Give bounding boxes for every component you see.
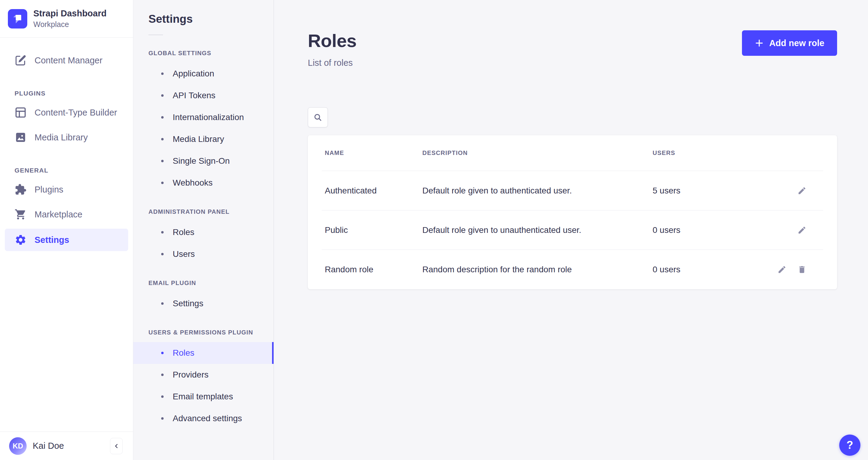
subnav-item-media-library[interactable]: Media Library — [133, 128, 274, 150]
search-icon — [313, 113, 322, 122]
puzzle-icon — [14, 183, 27, 196]
subnav-item-email-settings[interactable]: Settings — [133, 293, 274, 314]
help-button[interactable]: ? — [839, 434, 861, 456]
cart-icon — [14, 208, 27, 221]
subnav-section-global-settings: GLOBAL SETTINGS — [133, 35, 274, 63]
bullet-icon — [161, 417, 164, 420]
bullet-icon — [161, 231, 164, 233]
workspace-brand[interactable]: Strapi Dashboard Workplace — [0, 0, 133, 37]
write-icon — [14, 54, 27, 66]
row-actions — [772, 265, 823, 274]
table-row-authenticated[interactable]: Authenticated Default role given to auth… — [322, 171, 823, 210]
role-users-count: 5 users — [650, 186, 772, 196]
role-name: Authenticated — [322, 186, 419, 196]
nav-section-general: GENERAL — [0, 150, 133, 177]
subnav-item-admin-users[interactable]: Users — [133, 243, 274, 265]
bullet-icon — [161, 116, 164, 119]
subnav-item-single-sign-on[interactable]: Single Sign-On — [133, 150, 274, 172]
subnav-item-internationalization[interactable]: Internationalization — [133, 107, 274, 128]
sidebar-item-label: Media Library — [35, 133, 88, 143]
pencil-icon — [798, 226, 806, 235]
edit-role-button[interactable] — [798, 226, 806, 235]
subnav-item-admin-roles[interactable]: Roles — [133, 221, 274, 243]
role-users-count: 0 users — [650, 225, 772, 235]
main-nav-list: Content Manager PLUGINS Content-Type Bui… — [0, 48, 133, 251]
subnav-item-advanced-settings[interactable]: Advanced settings — [133, 407, 274, 429]
strapi-logo — [8, 9, 27, 29]
column-header-users: USERS — [650, 149, 772, 156]
subnav-item-providers[interactable]: Providers — [133, 364, 274, 386]
subnav-item-api-tokens[interactable]: API Tokens — [133, 85, 274, 107]
subnav-item-label: Providers — [173, 370, 209, 380]
layout-icon — [14, 107, 27, 119]
subnav-section-administration-panel: ADMINISTRATION PANEL — [133, 194, 274, 221]
bullet-icon — [161, 253, 164, 255]
subnav-item-up-roles[interactable]: Roles — [133, 342, 274, 364]
edit-role-button[interactable] — [777, 265, 786, 274]
user-name[interactable]: Kai Doe — [33, 441, 104, 451]
subnav-section-users-permissions-plugin: USERS & PERMISSIONS PLUGIN — [133, 314, 274, 342]
gear-icon — [14, 234, 27, 246]
app-root: Strapi Dashboard Workplace Content Manag… — [0, 0, 868, 460]
subnav-item-label: Settings — [173, 299, 203, 308]
edit-role-button[interactable] — [798, 186, 806, 195]
pencil-icon — [798, 186, 806, 195]
app-title: Strapi Dashboard — [33, 8, 106, 19]
subnav-item-label: Application — [173, 69, 214, 79]
delete-role-button[interactable] — [798, 265, 806, 274]
subnav-item-label: Users — [173, 249, 195, 259]
bullet-icon — [161, 182, 164, 184]
bullet-icon — [161, 73, 164, 75]
plus-icon — [755, 38, 764, 48]
role-description: Default role given to authenticated user… — [419, 186, 650, 196]
sidebar-item-label: Plugins — [35, 185, 63, 195]
settings-subnav: Settings GLOBAL SETTINGS Application API… — [133, 0, 274, 460]
role-description: Default role given to unauthenticated us… — [419, 225, 650, 235]
collapse-sidebar-button[interactable] — [110, 438, 123, 454]
row-actions — [772, 226, 823, 235]
row-actions — [772, 186, 823, 195]
page-header: Roles List of roles Add new role — [308, 30, 837, 68]
search-button[interactable] — [308, 107, 328, 127]
subnav-item-label: Single Sign-On — [173, 156, 230, 166]
subnav-item-label: Advanced settings — [173, 413, 242, 423]
sidebar-footer: KD Kai Doe — [0, 431, 133, 460]
trash-icon — [798, 265, 806, 274]
sidebar-item-marketplace[interactable]: Marketplace — [0, 202, 133, 227]
sidebar-item-label: Content-Type Builder — [35, 108, 117, 118]
subnav-item-label: Media Library — [173, 134, 224, 144]
sidebar-item-settings[interactable]: Settings — [5, 229, 128, 251]
page-subtitle: List of roles — [308, 58, 356, 68]
subnav-item-application[interactable]: Application — [133, 63, 274, 85]
main-sidebar: Strapi Dashboard Workplace Content Manag… — [0, 0, 133, 460]
subnav-item-email-templates[interactable]: Email templates — [133, 386, 274, 407]
user-avatar[interactable]: KD — [9, 437, 27, 455]
subnav-item-webhooks[interactable]: Webhooks — [133, 172, 274, 194]
subnav-item-label: Roles — [173, 348, 194, 358]
sidebar-item-media-library[interactable]: Media Library — [0, 125, 133, 150]
workspace-name: Workplace — [33, 20, 106, 29]
subnav-item-label: Email templates — [173, 392, 233, 401]
sidebar-item-plugins[interactable]: Plugins — [0, 177, 133, 202]
image-icon — [14, 131, 27, 143]
sidebar-item-content-type-builder[interactable]: Content-Type Builder — [0, 100, 133, 125]
sidebar-item-label: Settings — [35, 235, 69, 245]
subnav-item-label: Webhooks — [173, 178, 213, 188]
bullet-icon — [161, 94, 164, 97]
bullet-icon — [161, 302, 164, 305]
subnav-title: Settings — [133, 13, 274, 26]
table-row-random-role[interactable]: Random role Random description for the r… — [322, 250, 823, 289]
sidebar-item-content-manager[interactable]: Content Manager — [0, 48, 133, 73]
bullet-icon — [161, 138, 164, 140]
role-name: Random role — [322, 265, 419, 275]
add-new-role-button[interactable]: Add new role — [742, 30, 837, 56]
column-header-description: DESCRIPTION — [419, 149, 650, 156]
page-header-text: Roles List of roles — [308, 30, 356, 68]
chevron-left-icon — [113, 443, 120, 450]
page-title: Roles — [308, 30, 356, 51]
bullet-icon — [161, 160, 164, 162]
main-content: Roles List of roles Add new role NAME DE… — [274, 0, 868, 460]
table-header-row: NAME DESCRIPTION USERS — [322, 135, 823, 171]
table-row-public[interactable]: Public Default role given to unauthentic… — [322, 210, 823, 250]
sidebar-item-label: Marketplace — [35, 209, 83, 220]
